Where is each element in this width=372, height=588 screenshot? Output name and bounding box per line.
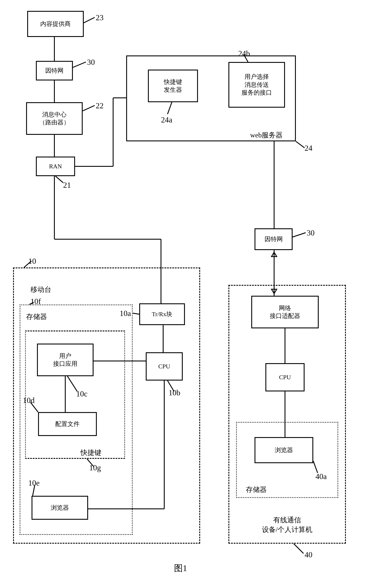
message-center-box: 消息中心 （路由器） (26, 102, 83, 135)
user-select-text: 用户选择 消息传送 服务的接口 (242, 73, 272, 96)
svg-line-25 (293, 233, 306, 237)
config-file-text: 配置文件 (55, 420, 80, 428)
net-adapter-line2: 接口适配器 (270, 312, 300, 320)
label-10f: 10f (31, 297, 41, 306)
svg-line-21 (55, 176, 63, 183)
wired-device-label: 有线通信 设备/个人计算机 (255, 515, 320, 535)
memory-right-label: 存储器 (246, 485, 267, 494)
label-10g: 10g (89, 463, 101, 472)
label-10b: 10b (169, 388, 180, 397)
browser-right-text: 浏览器 (275, 446, 293, 454)
memory-left-label: 存储器 (26, 312, 47, 322)
uia-line2: 接口应用 (53, 360, 77, 368)
user-select-line1: 用户选择 (242, 73, 272, 81)
label-30-right: 30 (307, 228, 315, 237)
label-10e: 10e (28, 478, 40, 488)
shortcut-label: 快捷键 (81, 448, 101, 458)
internet-right-box: 因特网 (255, 228, 293, 250)
web-server-label: web服务器 (250, 130, 283, 140)
cpu-left-text: CPU (158, 363, 170, 370)
user-select-interface-box: 用户选择 消息传送 服务的接口 (228, 62, 285, 108)
content-provider-box: 内容提供商 (27, 11, 84, 37)
net-adapter-line1: 网络 (270, 304, 300, 312)
label-10d: 10d (23, 396, 35, 405)
label-24: 24 (305, 144, 312, 153)
browser-left-box: 浏览器 (32, 496, 88, 520)
svg-line-34 (294, 544, 303, 553)
message-center-line1: 消息中心 (39, 111, 70, 118)
user-select-line3: 服务的接口 (242, 89, 272, 96)
uia-text: 用户 接口应用 (53, 352, 77, 368)
figure-caption: 图1 (174, 562, 187, 574)
ran-box: RAN (36, 157, 75, 176)
label-10c: 10c (76, 389, 87, 398)
internet-top-text: 因特网 (45, 67, 64, 74)
message-center-text: 消息中心 （路由器） (39, 111, 70, 126)
label-24b: 24b (238, 49, 250, 58)
trrx-text: Tr/Rx块 (152, 310, 172, 318)
label-21: 21 (63, 180, 71, 190)
cpu-left-box: CPU (146, 352, 183, 380)
wired-device-line1: 有线通信 (255, 515, 320, 525)
user-select-line2: 消息传送 (242, 81, 272, 89)
cpu-right-box: CPU (266, 363, 305, 391)
internet-top-box: 因特网 (36, 61, 73, 80)
svg-line-20 (83, 105, 95, 111)
cpu-right-text: CPU (279, 373, 291, 381)
network-adapter-box: 网络 接口适配器 (251, 296, 319, 328)
svg-line-24 (296, 141, 305, 148)
message-center-line2: （路由器） (39, 118, 70, 126)
browser-right-box: 浏览器 (255, 437, 313, 463)
label-23: 23 (96, 13, 104, 22)
net-adapter-text: 网络 接口适配器 (270, 304, 300, 320)
shortcut-gen-line1: 快捷键 (164, 78, 182, 86)
label-40: 40 (305, 550, 312, 559)
internet-right-text: 因特网 (265, 235, 283, 243)
mobile-station-label: 移动台 (31, 285, 51, 294)
shortcut-generator-text: 快捷键 发生器 (164, 78, 182, 94)
svg-line-19 (73, 62, 86, 67)
svg-line-18 (84, 17, 95, 23)
content-provider-text: 内容提供商 (40, 20, 71, 28)
uia-line1: 用户 (53, 352, 77, 360)
label-22: 22 (96, 101, 104, 110)
ran-text: RAN (49, 162, 62, 170)
shortcut-gen-line2: 发生器 (164, 86, 182, 94)
label-40a: 40a (315, 472, 327, 481)
label-30-top: 30 (87, 58, 95, 67)
label-24a: 24a (161, 115, 172, 124)
wired-device-line2: 设备/个人计算机 (255, 525, 320, 535)
user-interface-app-box: 用户 接口应用 (37, 344, 94, 376)
config-file-box: 配置文件 (38, 412, 97, 436)
shortcut-generator-box: 快捷键 发生器 (148, 70, 198, 102)
label-10: 10 (28, 257, 36, 266)
browser-left-text: 浏览器 (51, 504, 69, 512)
trrx-box: Tr/Rx块 (139, 303, 185, 325)
label-10a: 10a (120, 309, 131, 318)
